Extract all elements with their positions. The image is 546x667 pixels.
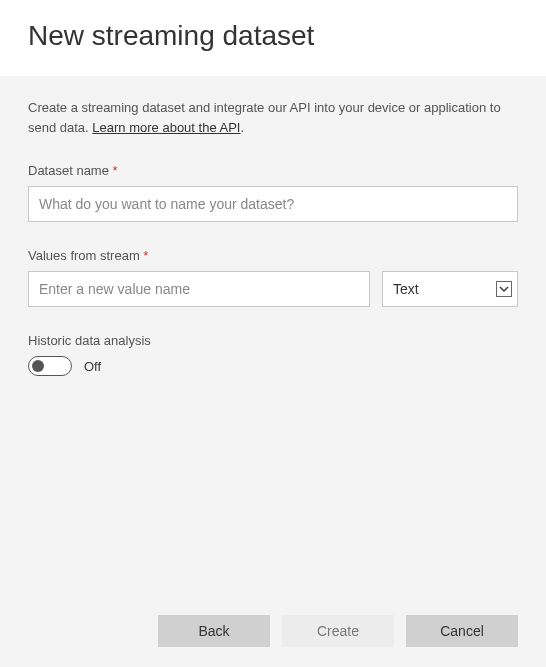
dialog-body: Create a streaming dataset and integrate… [0, 76, 546, 667]
values-stream-field: Values from stream * Text [28, 248, 518, 307]
values-stream-label-text: Values from stream [28, 248, 143, 263]
value-type-select-wrap: Text [382, 271, 518, 307]
intro-suffix: . [240, 120, 244, 135]
required-mark: * [113, 163, 118, 178]
create-button[interactable]: Create [282, 615, 394, 647]
dataset-name-label: Dataset name * [28, 163, 518, 178]
value-name-input[interactable] [28, 271, 370, 307]
dialog-footer: Back Create Cancel [28, 605, 518, 647]
value-type-select[interactable]: Text [382, 271, 518, 307]
cancel-button[interactable]: Cancel [406, 615, 518, 647]
dataset-name-label-text: Dataset name [28, 163, 113, 178]
page-title: New streaming dataset [28, 20, 518, 52]
historic-toggle-state: Off [84, 359, 101, 374]
back-button[interactable]: Back [158, 615, 270, 647]
toggle-knob [32, 360, 44, 372]
learn-more-link[interactable]: Learn more about the API [92, 120, 240, 135]
historic-field: Historic data analysis Off [28, 333, 518, 376]
historic-toggle[interactable] [28, 356, 72, 376]
dataset-name-field: Dataset name * [28, 163, 518, 222]
dataset-name-input[interactable] [28, 186, 518, 222]
values-stream-label: Values from stream * [28, 248, 518, 263]
intro-text: Create a streaming dataset and integrate… [28, 98, 518, 137]
historic-label: Historic data analysis [28, 333, 518, 348]
dialog-header: New streaming dataset [0, 0, 546, 76]
required-mark: * [143, 248, 148, 263]
